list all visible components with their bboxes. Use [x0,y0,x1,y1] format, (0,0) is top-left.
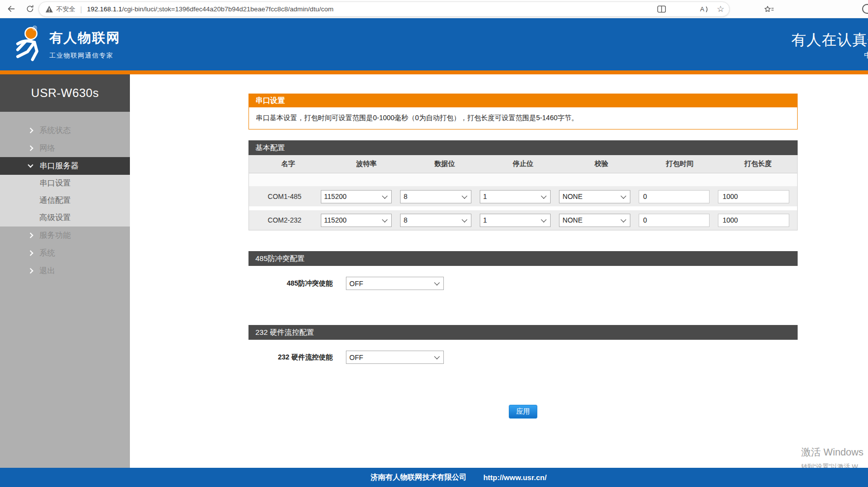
col-baud: 波特率 [327,160,405,168]
rs232-flow-label: 232 硬件流控使能 [248,353,333,362]
app-header: ® 有人物联网 工业物联网通信专家 有人在认真做 中 [0,18,868,70]
basic-config-section: 基本配置 名字 波特率 数据位 停止位 校验 打包时间 打包长度 COM1-48… [248,140,798,230]
data-bits-select[interactable]: 8 [400,190,471,203]
sidebar-item-label: 通信配置 [39,195,71,206]
chevron-right-icon [29,146,39,150]
rs485-section-title: 485防冲突配置 [248,251,798,266]
language-switch[interactable]: 中 [864,51,868,60]
main-content: 串口设置 串口基本设置，打包时间可设置范围是0-1000毫秒（0为自动打包），打… [248,94,798,419]
table-row-com1: COM1-485 115200 8 1 NONE [249,187,797,206]
port-name: COM2-232 [249,216,320,224]
stop-bits-select[interactable]: 1 [480,214,551,227]
collections-icon[interactable] [762,2,776,17]
chevron-down-icon [29,165,39,167]
sidebar-item-service-functions[interactable]: 服务功能 [0,227,130,244]
baud-rate-select[interactable]: 115200 [321,214,392,227]
page-description: 串口基本设置，打包时间可设置范围是0-1000毫秒（0为自动打包），打包长度可设… [248,107,798,130]
device-model-title: USR-W630s [0,74,130,112]
sidebar: USR-W630s 系统状态 网络 串口服务器 串口设置 通信配置 高级设置 服 [0,74,130,468]
security-label: 不安全 [56,5,75,14]
address-bar[interactable]: 不安全 | 192.168.1.1/cgi-bin/luci/;stok=139… [38,1,730,17]
sidebar-item-system[interactable]: 系统 [0,244,130,262]
data-bits-select[interactable]: 8 [400,214,471,227]
sidebar-item-advanced-settings[interactable]: 高级设置 [0,209,130,227]
warning-icon [45,5,53,13]
col-pack-length: 打包长度 [719,160,797,168]
pack-time-input[interactable] [639,190,710,203]
pack-time-input[interactable] [639,214,710,227]
chevron-right-icon [29,129,39,132]
sidebar-item-network[interactable]: 网络 [0,139,130,157]
sidebar-item-logout[interactable]: 退出 [0,262,130,280]
brand: 有人物联网 工业物联网通信专家 [49,29,121,60]
pack-length-input[interactable] [718,214,789,227]
pack-length-input[interactable] [718,190,789,203]
table-spacer-row [249,173,797,187]
col-stop-bits: 停止位 [484,160,562,168]
accent-strip [0,70,868,74]
watermark-line1: 激活 Windows [801,446,864,459]
sidebar-nav: 系统状态 网络 串口服务器 串口设置 通信配置 高级设置 服务功能 系统 [0,112,130,280]
sidebar-item-label: 退出 [39,266,55,276]
row-gap [249,206,797,210]
col-name: 名字 [249,160,327,168]
footer-website-link[interactable]: http://www.usr.cn/ [483,473,547,482]
sidebar-item-serial-settings[interactable]: 串口设置 [0,175,130,192]
rs232-section: 232 硬件流控配置 232 硬件流控使能 OFF [248,325,798,364]
stop-bits-select[interactable]: 1 [480,190,551,203]
rs485-enable-label: 485防冲突使能 [248,279,333,288]
sidebar-item-label: 网络 [39,143,55,154]
sidebar-item-label: 串口设置 [39,178,71,189]
sidebar-item-system-status[interactable]: 系统状态 [0,122,130,139]
rs485-enable-select[interactable]: OFF [346,277,444,290]
rs485-section: 485防冲突配置 485防冲突使能 OFF [248,251,798,290]
col-data-bits: 数据位 [405,160,484,168]
basic-config-title: 基本配置 [248,140,798,155]
brand-subtitle: 工业物联网通信专家 [49,51,121,60]
parity-select[interactable]: NONE [559,190,630,203]
header-slogan: 有人在认真做 [791,30,868,50]
sidebar-item-serial-server[interactable]: 串口服务器 [0,157,130,175]
footer-company: 济南有人物联网技术有限公司 [371,473,466,482]
browser-toolbar: 不安全 | 192.168.1.1/cgi-bin/luci/;stok=139… [0,0,868,18]
url-path: /cgi-bin/luci/;stok=1396dfec44a20b7b94d2… [122,5,334,13]
chevron-right-icon [29,233,39,237]
url-text[interactable]: 192.168.1.1/cgi-bin/luci/;stok=1396dfec4… [87,5,694,13]
toolbar-right [650,0,868,18]
rs232-section-title: 232 硬件流控配置 [248,325,798,340]
chevron-right-icon [29,269,39,273]
rs232-flow-select[interactable]: OFF [346,351,444,364]
url-host: 192.168.1.1 [87,5,122,13]
divider: | [80,5,82,13]
back-icon[interactable] [4,1,19,16]
sidebar-item-label: 系统 [39,248,55,259]
col-parity: 校验 [562,160,641,168]
sidebar-item-label: 系统状态 [39,126,71,136]
col-pack-time: 打包时间 [641,160,719,168]
page-title: 串口设置 [248,94,798,107]
security-status[interactable]: 不安全 [45,5,75,14]
sidebar-item-label: 串口服务器 [39,161,79,171]
apply-button[interactable]: 应用 [509,405,537,419]
usr-logo-icon [13,26,45,63]
table-header-row: 名字 波特率 数据位 停止位 校验 打包时间 打包长度 [249,155,797,173]
brand-title: 有人物联网 [49,29,121,47]
sidebar-item-label: 服务功能 [39,230,71,241]
page-header-panel: 串口设置 串口基本设置，打包时间可设置范围是0-1000毫秒（0为自动打包），打… [248,94,798,130]
sidebar-item-comm-config[interactable]: 通信配置 [0,192,130,209]
serial-table: 名字 波特率 数据位 停止位 校验 打包时间 打包长度 COM1-485 115… [248,155,798,230]
split-screen-icon[interactable] [654,2,669,17]
table-row-com2: COM2-232 115200 8 1 NONE [249,210,797,230]
serial-server-submenu: 串口设置 通信配置 高级设置 [0,175,130,227]
footer: 济南有人物联网技术有限公司 http://www.usr.cn/ [0,468,868,487]
chevron-right-icon [29,251,39,255]
page: 不安全 | 192.168.1.1/cgi-bin/luci/;stok=139… [0,0,868,487]
parity-select[interactable]: NONE [559,214,630,227]
sidebar-item-label: 高级设置 [39,213,71,223]
registered-mark: ® [32,25,37,32]
baud-rate-select[interactable]: 115200 [321,190,392,203]
refresh-icon[interactable] [23,1,37,16]
port-name: COM1-485 [249,193,320,200]
